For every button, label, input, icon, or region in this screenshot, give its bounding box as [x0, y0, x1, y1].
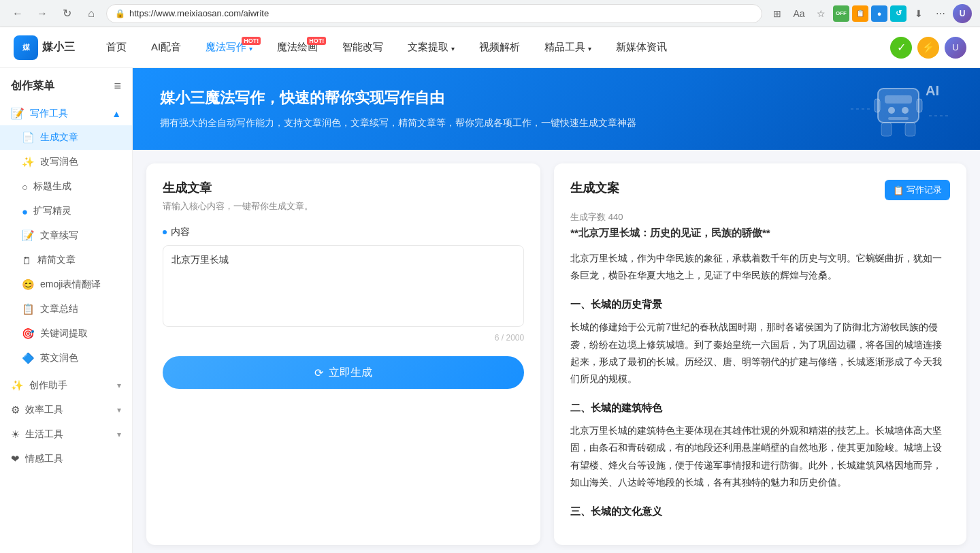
svg-rect-1: [885, 95, 912, 104]
sidebar-item-rewrite[interactable]: ✨ 改写润色: [0, 150, 132, 174]
sidebar-item-expand[interactable]: ● 扩写精灵: [0, 199, 132, 223]
create-assistant-icon: ✨: [11, 379, 24, 392]
expand-icon: ●: [22, 206, 28, 217]
refresh-button[interactable]: ↻: [57, 4, 76, 23]
efficiency-tools-icon: ⚙: [11, 404, 20, 416]
browser-avatar[interactable]: U: [953, 4, 972, 23]
download-icon[interactable]: ⬇: [909, 4, 928, 23]
summary-icon: 📋: [22, 303, 35, 315]
nav-magic-write[interactable]: 魔法写作 HOT!: [195, 35, 263, 59]
ext-refresh-icon[interactable]: ↺: [890, 5, 906, 22]
nav-media-news[interactable]: 新媒体资讯: [605, 35, 678, 59]
sidebar-item-generate-article[interactable]: 📄 生成文章: [0, 125, 132, 150]
sidebar: 创作菜单 ≡ 📝 写作工具 ▲ 📄 生成文章 ✨ 改写润色 ○ 标: [0, 68, 133, 553]
content-heading-3: 三、长城的文化意义: [570, 502, 950, 520]
nav-smart-rewrite[interactable]: 智能改写: [331, 35, 394, 59]
title-gen-label: 标题生成: [33, 180, 71, 193]
sidebar-item-english[interactable]: 🔷 英文润色: [0, 346, 132, 370]
content-para-1: 北京万里长城，作为中华民族的象征，承载着数千年的历史与文明。它蜿蜒曲折，犹如一条…: [570, 250, 950, 284]
char-separator: /: [502, 333, 506, 343]
svg-point-3: [902, 107, 909, 114]
nav-right: ✓ ⚡ U: [890, 37, 966, 59]
english-icon: 🔷: [22, 352, 35, 364]
sidebar-efficiency-tools[interactable]: ⚙ 效率工具 ▾: [0, 398, 132, 422]
nav-copy-extract[interactable]: 文案提取: [397, 35, 466, 59]
sidebar-item-summary[interactable]: 📋 文章总结: [0, 297, 132, 321]
char-max: 2000: [506, 333, 525, 343]
efficiency-tools-label: 效率工具: [25, 404, 63, 416]
generate-btn-label: 立即生成: [329, 366, 372, 380]
sidebar-item-emoji[interactable]: 😊 emoji表情翻译: [0, 272, 132, 297]
card-right-title: 生成文案: [570, 180, 619, 196]
nav-ai-dubbing-label: AI配音: [151, 41, 181, 54]
nav-green-icon[interactable]: ✓: [890, 37, 912, 59]
svg-point-2: [888, 107, 895, 114]
more-icon[interactable]: ⋯: [931, 4, 950, 23]
content-heading-1: 一、长城的历史背景: [570, 295, 950, 313]
card-left-subtitle: 请输入核心内容，一键帮你生成文章。: [163, 200, 524, 212]
sidebar-item-continue[interactable]: 📝 文章续写: [0, 223, 132, 248]
nav-ai-dubbing[interactable]: AI配音: [140, 35, 192, 59]
nav-home[interactable]: 首页: [95, 35, 137, 59]
forward-button[interactable]: →: [33, 4, 52, 23]
nav-magic-paint[interactable]: 魔法绘画 HOT!: [266, 35, 329, 59]
nav-magic-write-label: 魔法写作: [206, 41, 246, 54]
continue-icon: 📝: [22, 230, 35, 242]
content-label: 内容: [163, 226, 524, 238]
sidebar-create-assistant[interactable]: ✨ 创作助手 ▾: [0, 373, 132, 398]
nav-copy-extract-label: 文案提取: [408, 41, 448, 54]
banner-robot-svg: AI: [844, 75, 953, 143]
card-generated-content: 生成文案 📋 写作记录 生成字数 440 **北京万里长城：历史的见证，民族的骄…: [554, 163, 966, 545]
generate-button[interactable]: ⟳ 立即生成: [163, 356, 524, 389]
cards-area: 生成文章 请输入核心内容，一键帮你生成文章。 内容 北京万里长城 6 / 200…: [133, 150, 980, 553]
emotion-tools-icon: ❤: [11, 453, 20, 465]
nav-media-news-label: 新媒体资讯: [616, 41, 667, 54]
read-mode-icon[interactable]: Aa: [789, 4, 808, 23]
ext-blue-icon[interactable]: ●: [871, 5, 887, 22]
content-input[interactable]: 北京万里长城: [163, 245, 524, 327]
continue-label: 文章续写: [40, 230, 78, 242]
main-layout: 创作菜单 ≡ 📝 写作工具 ▲ 📄 生成文章 ✨ 改写润色 ○ 标: [0, 68, 980, 553]
nav-user-avatar[interactable]: U: [945, 37, 966, 59]
char-current: 6: [495, 333, 500, 343]
card-generate-article: 生成文章 请输入核心内容，一键帮你生成文章。 内容 北京万里长城 6 / 200…: [146, 163, 540, 545]
site-nav: 媒 媒小三 首页 AI配音 魔法写作 HOT! 魔法绘画 HOT! 智能改写 文…: [0, 27, 980, 68]
sidebar-section-writing-header[interactable]: 📝 写作工具 ▲: [0, 101, 132, 125]
banner-title: 媒小三魔法写作，快速的帮你实现写作自由: [160, 88, 636, 108]
tab-manager-icon[interactable]: ⊞: [768, 4, 787, 23]
english-label: 英文润色: [40, 352, 78, 364]
generate-article-icon: 📄: [22, 131, 35, 144]
sidebar-menu-icon[interactable]: ≡: [114, 79, 121, 93]
card-right-header: 生成文案 📋 写作记录: [570, 180, 950, 200]
title-gen-icon: ○: [22, 181, 28, 193]
nav-premium-tools[interactable]: 精品工具: [534, 35, 602, 59]
content-bold-heading: **北京万里长城：历史的见证，民族的骄傲**: [570, 223, 950, 242]
nav-home-label: 首页: [106, 41, 127, 54]
ext-copy-icon[interactable]: 📋: [852, 5, 868, 22]
sidebar-life-tools[interactable]: ☀ 生活工具 ▾: [0, 422, 132, 447]
card-left-title: 生成文章: [163, 180, 524, 196]
sidebar-emotion-tools[interactable]: ❤ 情感工具: [0, 447, 132, 471]
back-button[interactable]: ←: [8, 4, 27, 23]
sidebar-item-simplify[interactable]: 🗒 精简文章: [0, 248, 132, 272]
browser-extensions: ⊞ Aa ☆ OFF 📋 ● ↺ ⬇ ⋯ U: [768, 4, 972, 23]
generated-content-area: **北京万里长城：历史的见证，民族的骄傲** 北京万里长城，作为中华民族的象征，…: [570, 223, 950, 526]
favorite-icon[interactable]: ☆: [811, 4, 830, 23]
hot-badge-magic-write: HOT!: [242, 37, 261, 45]
browser-chrome: ← → ↻ ⌂ 🔒 https://www.meixiaosan.com/aiw…: [0, 0, 980, 27]
nav-yellow-icon[interactable]: ⚡: [917, 37, 939, 59]
ext-off-icon[interactable]: OFF: [833, 5, 849, 22]
sidebar-item-title-gen[interactable]: ○ 标题生成: [0, 174, 132, 199]
sidebar-item-keyword[interactable]: 🎯 关键词提取: [0, 321, 132, 346]
url-text: https://www.meixiaosan.com/aiwrite: [129, 8, 269, 18]
content-area: 媒小三魔法写作，快速的帮你实现写作自由 拥有强大的全自动写作能力，支持文章润色，…: [133, 68, 980, 553]
write-record-button[interactable]: 📋 写作记录: [885, 180, 950, 200]
home-button[interactable]: ⌂: [82, 4, 101, 23]
site-logo[interactable]: 媒 媒小三: [14, 35, 75, 60]
keyword-icon: 🎯: [22, 328, 35, 340]
life-tools-label: 生活工具: [25, 428, 63, 441]
nav-video-analysis-label: 视频解析: [479, 41, 520, 54]
address-bar[interactable]: 🔒 https://www.meixiaosan.com/aiwrite: [106, 4, 762, 23]
nav-video-analysis[interactable]: 视频解析: [468, 35, 531, 59]
svg-rect-5: [875, 99, 880, 112]
